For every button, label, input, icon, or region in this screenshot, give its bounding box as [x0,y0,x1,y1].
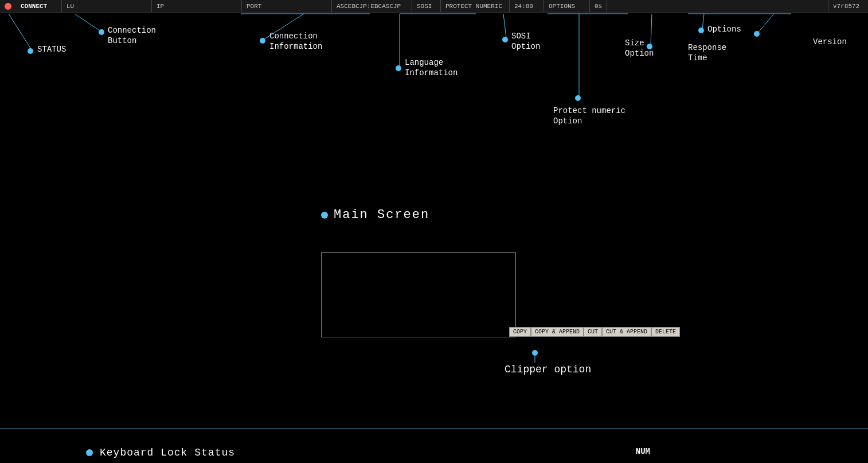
options-value: OPTIONS [549,3,575,10]
main-section: Main Screen [321,208,429,231]
language-info-label: Language Information [405,57,458,78]
connection-button-label: Connection Button [108,25,156,46]
language-field: ASCEBCJP:EBCASCJP [332,0,412,12]
response-time-label: Response Time [688,42,726,63]
size-option-text: Size Option [625,38,654,58]
toolbar: CONNECT ASCEBCJP:EBCASCJP SOSI PROTECT N… [0,0,868,13]
options-field: OPTIONS [544,0,590,12]
status-bar: Keyboard Lock Status NUM [0,429,868,463]
connect-button[interactable]: CONNECT [16,0,62,12]
svg-line-1 [75,14,100,31]
language-info-text: Language Information [405,58,458,77]
ip-input[interactable] [157,3,237,10]
svg-line-0 [9,14,32,50]
port-input[interactable] [247,3,327,10]
protect-numeric-dot [575,95,581,101]
sosi-option-dot [502,37,508,42]
size-option-dot [647,44,652,49]
connection-info-label: Connection Information [269,31,322,52]
main-screen-dot [321,212,328,219]
annotation-area: STATUS Connection Button Connection Info… [0,13,868,208]
lu-input[interactable] [67,3,147,10]
copy-button[interactable]: COPY [509,327,531,337]
clipper-option-label: Clipper option [505,364,591,375]
connection-info-text: Connection Information [269,32,322,51]
num-label: NUM [636,447,650,456]
svg-line-11 [758,14,774,33]
traffic-light-close[interactable] [5,3,11,10]
protect-numeric-label: Protect numeric Option [553,106,625,126]
size-option-label: Size Option [625,38,654,59]
ip-field[interactable] [152,0,242,12]
sosi-option-text: SOSI Option [511,32,540,51]
keyboard-lock-dot [86,449,93,456]
version-value: v7r8572 [833,3,859,10]
cut-append-button[interactable]: CUT & APPEND [602,327,651,337]
size-field: 24:80 [510,0,544,12]
status-dot [28,48,33,54]
version-field: v7r8572 [828,0,868,12]
copy-append-button[interactable]: COPY & APPEND [531,327,584,337]
port-field[interactable] [242,0,332,12]
response-field: 0s [590,0,607,12]
protect-field: PROTECT NUMERIC [441,0,510,12]
keyboard-lock-container: Keyboard Lock Status [86,447,235,458]
version-label: Version [813,37,847,47]
svg-line-2 [264,14,304,40]
svg-line-9 [651,14,652,45]
language-value: ASCEBCJP:EBCASCJP [337,3,401,10]
terminal-box[interactable] [321,252,516,337]
response-time-text: Response Time [688,43,726,63]
sosi-value: SOSI [417,3,432,10]
options-label: Options [707,24,741,34]
cut-button[interactable]: CUT [584,327,602,337]
options-dot [698,28,704,33]
svg-line-6 [503,14,506,38]
annotation-lines [0,13,868,208]
protect-value: PROTECT NUMERIC [445,3,502,10]
language-info-dot [396,65,401,71]
connection-info-dot [260,38,265,44]
connection-button-text: Connection Button [108,26,156,45]
response-value: 0s [595,3,602,10]
svg-line-10 [702,14,704,29]
response-time-dot [754,31,760,37]
sosi-option-label: SOSI Option [511,31,540,52]
size-value: 24:80 [514,3,533,10]
clipper-dot [532,350,538,356]
main-screen-label-container: Main Screen [321,208,429,222]
connect-label: CONNECT [21,3,47,10]
keyboard-lock-label: Keyboard Lock Status [100,447,235,458]
protect-numeric-text: Protect numeric Option [553,106,625,126]
lu-field[interactable] [62,0,152,12]
status-label: STATUS [37,44,66,55]
clipper-buttons: COPY COPY & APPEND CUT CUT & APPEND DELE… [509,327,680,337]
delete-button[interactable]: DELETE [651,327,680,337]
main-screen-text: Main Screen [334,208,429,222]
sosi-field: SOSI [412,0,441,12]
connection-button-dot [99,29,104,35]
